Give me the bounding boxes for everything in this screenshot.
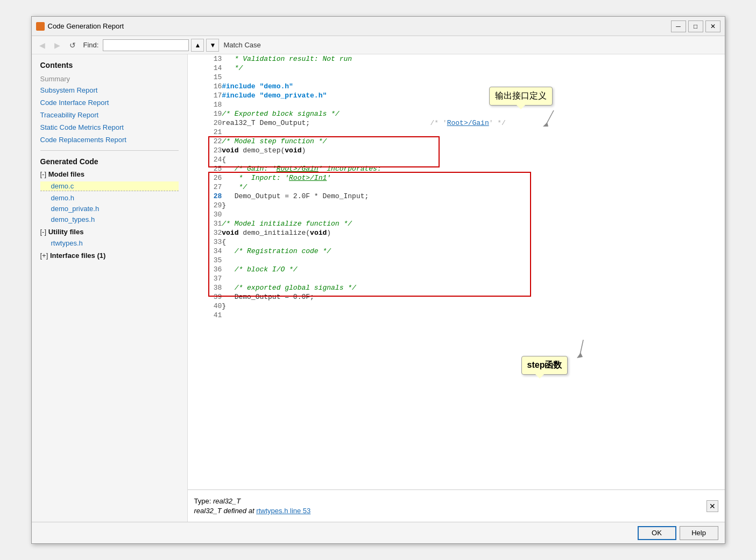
line-number: 21 <box>188 128 222 137</box>
code-scroll[interactable]: 输出接口定义 step函数 <box>188 54 725 489</box>
table-row: 20 real32_T Demo_Output; /* 'Root>/Gain'… <box>188 118 725 128</box>
table-row: 29 } <box>188 201 725 210</box>
table-row: 21 <box>188 128 725 137</box>
tooltip-step-arrow <box>575 340 591 360</box>
sidebar-file-demo-h[interactable]: demo.h <box>40 194 179 202</box>
table-row: 41 <box>188 311 725 320</box>
tooltip-output-arrow <box>543 110 564 128</box>
line-number: 15 <box>188 73 222 82</box>
table-row: 18 <box>188 100 725 109</box>
close-button[interactable]: ✕ <box>705 20 720 32</box>
maximize-button[interactable]: □ <box>688 20 703 32</box>
line-number: 25 <box>188 164 222 173</box>
line-number: 29 <box>188 201 222 210</box>
main-window: Code Generation Report ─ □ ✕ ◀ ▶ ↺ Find:… <box>31 16 725 544</box>
line-number: 19 <box>188 109 222 118</box>
sidebar: Contents Summary Subsystem Report Code I… <box>32 54 188 522</box>
titlebar: Code Generation Report ─ □ ✕ <box>32 17 725 36</box>
find-input[interactable] <box>103 39 189 51</box>
line-number: 18 <box>188 100 222 109</box>
utility-files-group: [-] Utility files <box>40 228 179 236</box>
svg-marker-1 <box>543 122 548 127</box>
contents-title: Contents <box>40 61 179 69</box>
line-number: 13 <box>188 54 222 64</box>
table-row: 14 */ <box>188 64 725 73</box>
forward-button[interactable]: ▶ <box>51 39 64 52</box>
footer: OK Help <box>32 522 725 543</box>
line-number: 27 <box>188 183 222 192</box>
minimize-button[interactable]: ─ <box>671 20 686 32</box>
sidebar-file-demo-c[interactable]: demo.c <box>40 181 179 191</box>
table-row: 22 /* Model step function */ <box>188 137 725 146</box>
close-info-button[interactable]: ✕ <box>706 500 718 512</box>
line-number: 36 <box>188 265 222 274</box>
table-row: 15 <box>188 73 725 82</box>
table-row: 36 /* block I/O */ <box>188 265 725 274</box>
code-wrapper: 输出接口定义 step函数 <box>188 54 725 377</box>
table-row: 28 Demo_Output = 2.0F * Demo_Input; <box>188 192 725 201</box>
table-row: 16 #include "demo.h" <box>188 82 725 91</box>
line-number: 32 <box>188 228 222 237</box>
utility-files-toggle[interactable]: [-] <box>40 228 47 236</box>
table-row: 38 /* exported global signals */ <box>188 283 725 292</box>
line-number: 17 <box>188 91 222 100</box>
refresh-button[interactable]: ↺ <box>66 39 79 52</box>
table-row: 24 { <box>188 155 725 164</box>
sidebar-item-code-interface[interactable]: Code Interface Report <box>40 99 179 107</box>
tooltip-step: step函数 <box>521 356 568 375</box>
line-number: 24 <box>188 155 222 164</box>
bottom-bar: Type: real32_T real32_T defined at rtwty… <box>188 489 725 522</box>
line-number: 26 <box>188 173 222 183</box>
table-row: 37 <box>188 274 725 283</box>
line-number: 23 <box>188 146 222 155</box>
sidebar-item-traceability[interactable]: Traceability Report <box>40 111 179 119</box>
table-row: 27 */ <box>188 183 725 192</box>
sidebar-file-rtwtypes-h[interactable]: rtwtypes.h <box>40 239 179 247</box>
utility-files-label: Utility files <box>48 228 84 236</box>
interface-files-toggle[interactable]: [+] <box>40 251 48 260</box>
back-button[interactable]: ◀ <box>36 39 49 52</box>
table-row: 32 void demo_initialize(void) <box>188 228 725 237</box>
type-value: real32_T <box>213 497 241 505</box>
sidebar-file-demo-types-h[interactable]: demo_types.h <box>40 215 179 223</box>
interface-files-group: [+] Interface files (1) <box>40 251 179 260</box>
type-line: Type: real32_T <box>194 497 241 505</box>
match-case-label: Match Case <box>223 41 260 49</box>
model-files-toggle[interactable]: [-] <box>40 170 47 178</box>
tooltip-output: 输出接口定义 <box>489 87 553 106</box>
definition-text: real32_T defined at <box>194 507 255 515</box>
app-icon <box>36 22 45 31</box>
find-down-button[interactable]: ▼ <box>206 39 219 52</box>
window-title: Code Generation Report <box>48 22 671 30</box>
table-row: 34 /* Registration code */ <box>188 247 725 256</box>
rtwtypes-link[interactable]: rtwtypes.h line 53 <box>256 507 310 515</box>
table-row: 39 Demo_Output = 0.0F; <box>188 292 725 302</box>
line-number: 16 <box>188 82 222 91</box>
find-label: Find: <box>83 41 99 49</box>
line-number: 35 <box>188 256 222 265</box>
main-content: Contents Summary Subsystem Report Code I… <box>32 54 725 522</box>
window-controls: ─ □ ✕ <box>671 20 720 32</box>
find-up-button[interactable]: ▲ <box>191 39 204 52</box>
table-row: 33 { <box>188 237 725 247</box>
line-number: 38 <box>188 283 222 292</box>
svg-marker-3 <box>577 353 583 358</box>
sidebar-item-code-replacements[interactable]: Code Replacements Report <box>40 136 179 144</box>
help-button[interactable]: Help <box>680 526 718 540</box>
toolbar: ◀ ▶ ↺ Find: ▲ ▼ Match Case <box>32 36 725 54</box>
generated-code-title: Generated Code <box>40 157 179 166</box>
line-number: 22 <box>188 137 222 146</box>
line-number: 34 <box>188 247 222 256</box>
sidebar-item-static-metrics[interactable]: Static Code Metrics Report <box>40 123 179 131</box>
table-row: 26 * Inport: 'Root>/In1' <box>188 173 725 183</box>
table-row: 35 <box>188 256 725 265</box>
model-files-group: [-] Model files <box>40 170 179 178</box>
line-number: 30 <box>188 210 222 219</box>
sidebar-item-summary[interactable]: Summary <box>40 75 179 83</box>
line-number: 31 <box>188 219 222 228</box>
interface-files-label: Interface files (1) <box>50 251 105 260</box>
ok-button[interactable]: OK <box>638 526 676 540</box>
sidebar-file-demo-private-h[interactable]: demo_private.h <box>40 205 179 213</box>
table-row: 19 /* Exported block signals */ <box>188 109 725 118</box>
sidebar-item-subsystem-report[interactable]: Subsystem Report <box>40 86 179 94</box>
